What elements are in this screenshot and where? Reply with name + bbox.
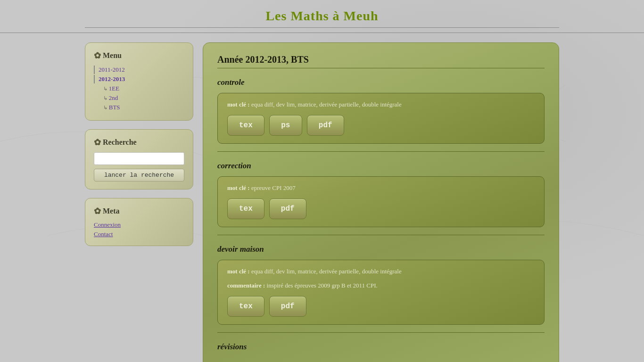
connexion-link[interactable]: Connexion xyxy=(94,221,184,229)
correction-card: mot clé : epreuve CPI 2007 tex pdf xyxy=(217,176,545,227)
controle-card: mot clé : equa diff, dev lim, matrice, d… xyxy=(217,93,545,144)
devoir-commentaire: commentaire : inspiré des épreuves 2009 … xyxy=(227,282,535,289)
nav-item-2nd[interactable]: 2nd xyxy=(94,94,184,102)
menu-icon: ✿ xyxy=(94,50,101,61)
controle-divider xyxy=(217,151,545,152)
correction-pdf-button[interactable]: pdf xyxy=(269,198,306,219)
title-divider xyxy=(217,68,545,68)
devoir-mot-cle-label: mot clé : xyxy=(227,268,250,275)
devoir-buttons: tex pdf xyxy=(227,296,535,317)
search-box: ✿ Recherche lancer la recherche xyxy=(85,129,193,189)
page-title: Année 2012-2013, BTS xyxy=(217,54,545,65)
devoir-mot-cle-value: equa diff, dev lim, matrice, derivée par… xyxy=(251,268,402,275)
correction-mot-cle-label: mot clé : xyxy=(227,184,250,191)
meta-links: Connexion Contact xyxy=(94,221,184,238)
search-icon: ✿ xyxy=(94,137,101,148)
nav-item-2012[interactable]: 2012-2013 xyxy=(94,75,184,83)
content-area: Année 2012-2013, BTS controle mot clé : … xyxy=(203,42,559,362)
controle-ps-button[interactable]: ps xyxy=(269,115,302,136)
controle-buttons: tex ps pdf xyxy=(227,115,535,136)
meta-box: ✿ Meta Connexion Contact xyxy=(85,198,193,246)
devoir-card: mot clé : equa diff, dev lim, matrice, d… xyxy=(217,260,545,325)
nav-link-bts[interactable]: BTS xyxy=(109,104,120,111)
controle-tex-button[interactable]: tex xyxy=(227,115,264,136)
search-button[interactable]: lancer la recherche xyxy=(94,169,184,181)
controle-mot-cle: mot clé : equa diff, dev lim, matrice, d… xyxy=(227,101,535,108)
nav-item-bts[interactable]: BTS xyxy=(94,103,184,112)
nav-link-1ee[interactable]: 1EE xyxy=(109,85,119,92)
devoir-tex-button[interactable]: tex xyxy=(227,296,264,317)
search-title: ✿ Recherche xyxy=(94,137,184,148)
contact-link[interactable]: Contact xyxy=(94,230,184,238)
nav-link-2nd[interactable]: 2nd xyxy=(109,94,118,101)
correction-tex-button[interactable]: tex xyxy=(227,198,264,219)
search-input[interactable] xyxy=(94,152,184,165)
controle-mot-cle-value: equa diff, dev lim, matrice, derivée par… xyxy=(251,101,402,108)
devoir-pdf-button[interactable]: pdf xyxy=(269,296,306,317)
meta-icon: ✿ xyxy=(94,206,101,216)
correction-mot-cle: mot clé : epreuve CPI 2007 xyxy=(227,184,535,192)
section-revisions-title: révisions xyxy=(217,342,545,352)
nav-list: 2011-2012 2012-2013 1EE 2nd BTS xyxy=(94,66,184,112)
nav-item-2011[interactable]: 2011-2012 xyxy=(94,66,184,74)
nav-link-2012[interactable]: 2012-2013 xyxy=(99,75,125,82)
correction-mot-cle-value: epreuve CPI 2007 xyxy=(251,184,296,191)
main-layout: ✿ Menu 2011-2012 2012-2013 1EE 2nd xyxy=(0,33,644,362)
devoir-commentaire-label: commentaire : xyxy=(227,282,265,289)
controle-mot-cle-label: mot clé : xyxy=(227,101,250,108)
sidebar: ✿ Menu 2011-2012 2012-2013 1EE 2nd xyxy=(85,42,193,246)
menu-box: ✿ Menu 2011-2012 2012-2013 1EE 2nd xyxy=(85,42,193,121)
section-correction-title: correction xyxy=(217,161,545,171)
header-divider xyxy=(85,27,559,28)
meta-title: ✿ Meta xyxy=(94,206,184,216)
section-controle-title: controle xyxy=(217,78,545,87)
devoir-divider xyxy=(217,332,545,333)
nav-link-2011[interactable]: 2011-2012 xyxy=(99,66,125,73)
menu-title: ✿ Menu xyxy=(94,50,184,61)
site-header: Les Maths à Meuh xyxy=(0,0,644,33)
devoir-mot-cle: mot clé : equa diff, dev lim, matrice, d… xyxy=(227,268,535,275)
correction-buttons: tex pdf xyxy=(227,198,535,219)
correction-divider xyxy=(217,235,545,235)
section-devoir-title: devoir maison xyxy=(217,245,545,254)
site-title: Les Maths à Meuh xyxy=(0,8,644,24)
devoir-commentaire-value: inspiré des épreuves 2009 grp B et 2011 … xyxy=(267,282,378,289)
nav-item-1ee[interactable]: 1EE xyxy=(94,84,184,93)
controle-pdf-button[interactable]: pdf xyxy=(307,115,344,136)
